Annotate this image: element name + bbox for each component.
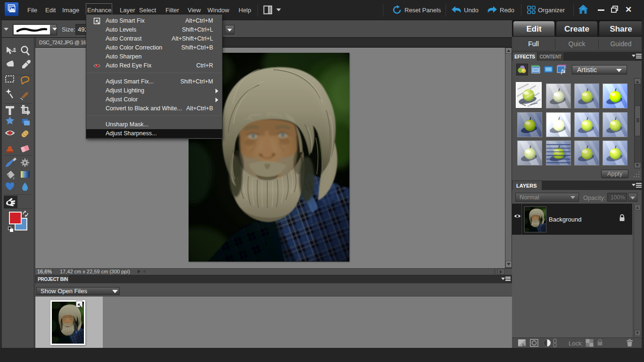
svg-text:fx: fx <box>561 67 566 74</box>
